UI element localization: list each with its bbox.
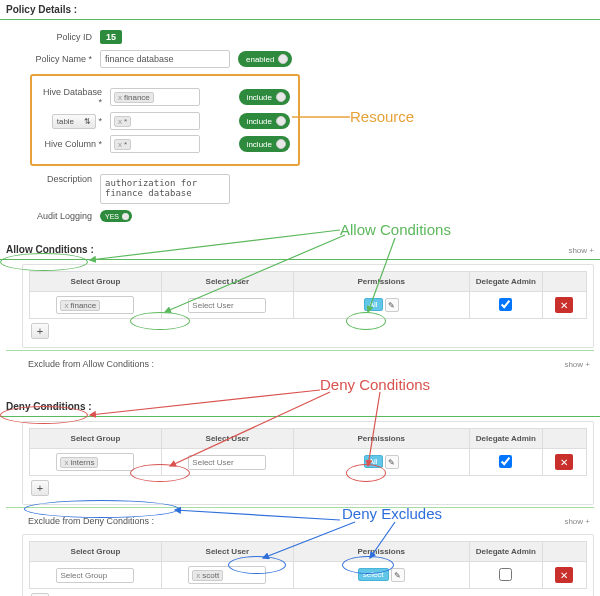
group-input[interactable] <box>56 568 134 583</box>
include-toggle[interactable]: include <box>239 136 290 152</box>
deny-conditions-panel: Select Group Select User Permissions Del… <box>22 421 594 505</box>
toggle-knob-icon <box>276 139 286 149</box>
policy-name-input[interactable] <box>100 50 230 68</box>
exclude-from-deny-table: Select Group Select User Permissions Del… <box>29 541 587 589</box>
toggle-knob-icon <box>276 92 286 102</box>
toggle-knob-icon <box>278 54 288 64</box>
exclude-from-allow-label: Exclude from Allow Conditions : <box>28 359 154 369</box>
add-row-button[interactable]: + <box>31 323 49 339</box>
exclude-from-allow-header: Exclude from Allow Conditions : show + <box>0 353 600 373</box>
enabled-toggle-label: enabled <box>246 55 274 64</box>
toggle-knob-icon <box>122 213 129 220</box>
show-toggle[interactable]: show + <box>564 517 590 526</box>
hive-database-tag[interactable]: x finance <box>114 92 154 103</box>
col-delegate-admin: Delegate Admin <box>469 429 542 449</box>
user-tag[interactable]: x scott <box>192 570 223 581</box>
updown-icon: ⇅ <box>84 117 91 126</box>
permission-chip: All <box>364 298 383 311</box>
show-toggle[interactable]: show + <box>564 360 590 369</box>
description-label: Description <box>10 174 100 184</box>
exclude-from-deny-header: Exclude from Deny Conditions : show + <box>0 510 600 530</box>
scope-tag[interactable]: x * <box>114 116 131 127</box>
edit-permissions-button[interactable]: ✎ <box>385 455 399 469</box>
scope-input[interactable]: x * <box>110 112 200 130</box>
remove-icon[interactable]: x <box>64 301 68 310</box>
table-row: x scott select ✎ ✕ <box>30 562 587 589</box>
delegate-admin-checkbox[interactable] <box>499 568 512 581</box>
hive-database-label: Hive Database * <box>40 87 110 107</box>
group-input[interactable]: x interns <box>56 453 134 471</box>
col-select-group: Select Group <box>30 429 162 449</box>
show-toggle[interactable]: show + <box>568 246 594 255</box>
policy-id-badge: 15 <box>100 30 122 44</box>
permission-chip: All <box>364 455 383 468</box>
delete-row-button[interactable]: ✕ <box>555 567 573 583</box>
delegate-admin-checkbox[interactable] <box>499 298 512 311</box>
hive-database-input[interactable]: x finance <box>110 88 200 106</box>
edit-permissions-button[interactable]: ✎ <box>385 298 399 312</box>
policy-form: Policy ID 15 Policy Name * enabled Hive … <box>0 20 600 236</box>
edit-permissions-button[interactable]: ✎ <box>391 568 405 582</box>
col-select-user: Select User <box>161 272 293 292</box>
permission-chip: select <box>358 568 389 581</box>
resource-box: Hive Database * x finance include table <box>30 74 300 166</box>
toggle-knob-icon <box>276 116 286 126</box>
col-permissions: Permissions <box>293 542 469 562</box>
deny-conditions-table: Select Group Select User Permissions Del… <box>29 428 587 476</box>
user-input[interactable] <box>188 298 266 313</box>
deny-conditions-header: Deny Conditions : <box>0 397 600 417</box>
col-select-user: Select User <box>161 429 293 449</box>
remove-icon[interactable]: x <box>196 571 200 580</box>
hive-column-tag[interactable]: x * <box>114 139 131 150</box>
exclude-from-deny-panel: Select Group Select User Permissions Del… <box>22 534 594 596</box>
exclude-from-deny-label: Exclude from Deny Conditions : <box>28 516 154 526</box>
include-toggle[interactable]: include <box>239 113 290 129</box>
col-delegate-admin: Delegate Admin <box>469 542 542 562</box>
remove-icon[interactable]: x <box>64 458 68 467</box>
deny-conditions-label: Deny Conditions : <box>6 401 92 412</box>
add-row-button[interactable]: + <box>31 480 49 496</box>
hive-column-label: Hive Column * <box>40 139 110 149</box>
col-select-user: Select User <box>161 542 293 562</box>
include-toggle[interactable]: include <box>239 89 290 105</box>
col-select-group: Select Group <box>30 272 162 292</box>
delegate-admin-checkbox[interactable] <box>499 455 512 468</box>
allow-conditions-panel: Select Group Select User Permissions Del… <box>22 264 594 348</box>
scope-select[interactable]: table ⇅ <box>52 114 96 129</box>
remove-icon[interactable]: x <box>118 140 122 149</box>
hive-column-input[interactable]: x * <box>110 135 200 153</box>
enabled-toggle[interactable]: enabled <box>238 51 292 67</box>
group-tag[interactable]: x finance <box>60 300 100 311</box>
audit-logging-label: Audit Logging <box>10 211 100 221</box>
delete-row-button[interactable]: ✕ <box>555 297 573 313</box>
description-input[interactable]: authorization for finance database <box>100 174 230 204</box>
group-input[interactable]: x finance <box>56 296 134 314</box>
policy-details-header: Policy Details : <box>0 0 600 20</box>
user-input[interactable] <box>188 455 266 470</box>
col-permissions: Permissions <box>293 429 469 449</box>
user-input[interactable]: x scott <box>188 566 266 584</box>
policy-id-label: Policy ID <box>10 32 100 42</box>
table-row: x finance All ✎ ✕ <box>30 292 587 319</box>
policy-name-label: Policy Name * <box>10 54 100 64</box>
allow-conditions-header: Allow Conditions : show + <box>0 240 600 260</box>
allow-conditions-table: Select Group Select User Permissions Del… <box>29 271 587 319</box>
group-tag[interactable]: x interns <box>60 457 98 468</box>
col-delegate-admin: Delegate Admin <box>469 272 542 292</box>
col-select-group: Select Group <box>30 542 162 562</box>
annotation-deny: Deny Conditions <box>320 376 430 393</box>
col-permissions: Permissions <box>293 272 469 292</box>
remove-icon[interactable]: x <box>118 93 122 102</box>
remove-icon[interactable]: x <box>118 117 122 126</box>
audit-logging-toggle[interactable]: YES <box>100 210 132 222</box>
table-row: x interns All ✎ ✕ <box>30 449 587 476</box>
delete-row-button[interactable]: ✕ <box>555 454 573 470</box>
allow-conditions-label: Allow Conditions : <box>6 244 94 255</box>
